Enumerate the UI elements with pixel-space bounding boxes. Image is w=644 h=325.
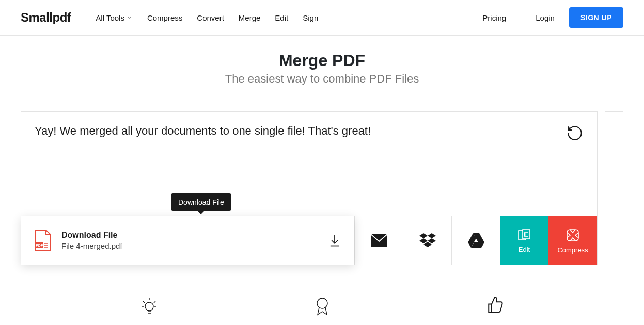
nav-convert[interactable]: Convert xyxy=(197,13,224,22)
pdf-file-icon: PDF xyxy=(34,229,52,252)
email-icon xyxy=(371,234,387,247)
download-tooltip: Download File xyxy=(171,193,231,211)
award-icon xyxy=(315,296,330,317)
dropbox-icon xyxy=(419,233,436,248)
nav-sign[interactable]: Sign xyxy=(303,13,318,22)
svg-marker-12 xyxy=(423,242,432,247)
main-nav: All Tools Compress Convert Merge Edit Si… xyxy=(96,13,482,22)
side-ad-panel xyxy=(605,111,623,265)
feature-lightbulb xyxy=(140,296,159,317)
feature-row xyxy=(0,296,644,317)
nav-merge[interactable]: Merge xyxy=(239,13,261,22)
feature-award xyxy=(315,296,330,317)
page-title: Merge PDF xyxy=(0,51,644,70)
email-button[interactable] xyxy=(354,216,403,265)
nav-compress[interactable]: Compress xyxy=(147,13,182,22)
download-text-block: Download File File 4-merged.pdf xyxy=(61,231,327,250)
redo-button[interactable] xyxy=(566,124,584,144)
signup-button[interactable]: SIGN UP xyxy=(569,7,623,28)
svg-line-26 xyxy=(154,301,155,303)
compress-icon xyxy=(565,228,580,243)
result-row: Yay! We merged all your documents to one… xyxy=(21,111,623,265)
dropbox-button[interactable] xyxy=(403,216,451,265)
action-row: Download File PDF Download File File 4-m… xyxy=(21,216,597,265)
svg-marker-8 xyxy=(419,233,428,238)
right-nav: Pricing Login SIGN UP xyxy=(482,7,623,28)
edit-icon: I xyxy=(517,228,531,242)
svg-text:I: I xyxy=(524,232,525,237)
nav-edit[interactable]: Edit xyxy=(275,13,288,22)
nav-all-tools-label: All Tools xyxy=(96,13,124,22)
svg-marker-10 xyxy=(419,238,428,243)
header: Smallpdf All Tools Compress Convert Merg… xyxy=(0,0,644,36)
download-title: Download File xyxy=(61,231,327,240)
download-icon[interactable] xyxy=(327,233,342,248)
logo[interactable]: Smallpdf xyxy=(21,10,71,25)
svg-point-21 xyxy=(145,302,153,311)
result-panel: Yay! We merged all your documents to one… xyxy=(21,111,598,265)
compress-label: Compress xyxy=(557,246,588,254)
svg-line-25 xyxy=(143,301,145,303)
gdrive-button[interactable] xyxy=(451,216,500,265)
feature-thumbsup xyxy=(486,296,504,317)
nav-all-tools[interactable]: All Tools xyxy=(96,13,133,22)
nav-pricing[interactable]: Pricing xyxy=(482,13,506,22)
nav-login[interactable]: Login xyxy=(536,13,555,22)
download-card[interactable]: Download File PDF Download File File 4-m… xyxy=(21,216,354,265)
download-filename: File 4-merged.pdf xyxy=(61,241,327,250)
redo-icon xyxy=(566,124,584,142)
svg-text:PDF: PDF xyxy=(36,243,43,247)
thumbsup-icon xyxy=(486,296,504,314)
nav-divider xyxy=(521,10,521,25)
svg-marker-9 xyxy=(428,233,436,238)
edit-label: Edit xyxy=(519,246,530,253)
svg-marker-11 xyxy=(428,238,436,243)
svg-point-29 xyxy=(317,298,327,308)
page-title-block: Merge PDF The easiest way to combine PDF… xyxy=(0,51,644,86)
lightbulb-icon xyxy=(140,296,159,317)
chevron-down-icon xyxy=(127,14,133,21)
compress-button[interactable]: Compress xyxy=(548,216,597,265)
gdrive-icon xyxy=(468,233,484,248)
page-subtitle: The easiest way to combine PDF Files xyxy=(0,72,644,86)
result-message: Yay! We merged all your documents to one… xyxy=(35,124,584,138)
edit-button[interactable]: I Edit xyxy=(500,216,548,265)
